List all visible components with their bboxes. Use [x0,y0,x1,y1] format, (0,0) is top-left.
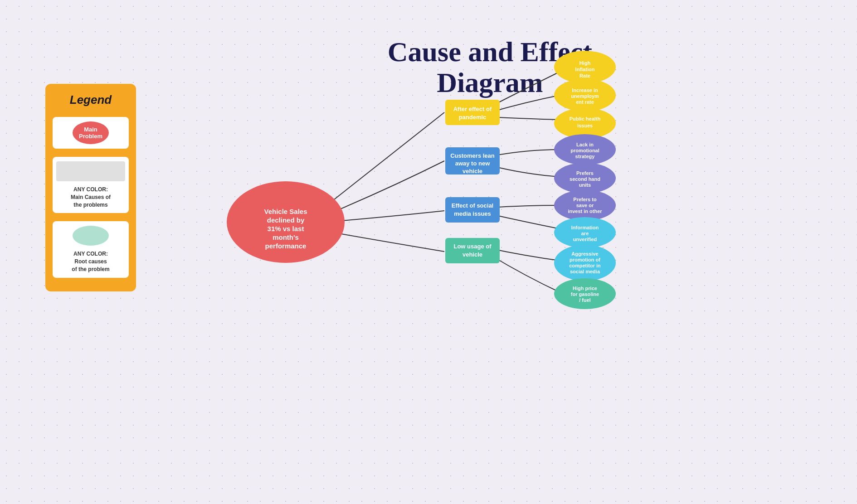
root-text-r5-l3: units [579,182,591,188]
main-problem-text-line5: performance [265,242,307,250]
cause-effect-diagram: Vehicle Sales declined by 31% vs last mo… [0,0,857,504]
root-text-r2-l1: Increase in [572,87,598,93]
root-text-r1-l1: High [579,60,591,66]
root-text-r6-l3: invest in other [568,208,602,214]
cause-text-c1-l2: pandemic [459,114,487,121]
connector-c3-r6 [490,205,560,208]
root-text-r6-l1: Prefers to [573,197,597,202]
connector-c1-r2 [490,95,560,112]
connector-main-c1 [326,112,444,206]
root-text-r9-l1: High price [573,286,597,291]
cause-text-c3-l1: Effect of social [452,202,493,209]
main-problem-text-line2: declined by [267,216,305,224]
cause-text-c3-l2: media issues [454,210,491,217]
connector-c3-r7 [490,214,560,229]
cause-text-c2-l3: vehicle [463,168,482,174]
root-text-r3-l1: Public health [570,116,601,121]
cause-text-c1-l1: After effect of [453,106,492,112]
connector-c4-r8 [490,248,560,261]
root-text-r2-l3: ent rate [576,99,594,105]
root-text-r7-l1: Information [571,225,599,230]
root-text-r2-l2: unemploym [571,93,599,99]
connector-main-c2 [326,161,444,215]
cause-text-c4-l1: Low usage of [453,243,492,250]
root-text-r1-l2: Inflation [575,67,595,72]
root-text-r3-l2: issues [577,123,593,128]
root-text-r8-l2: promotion of [570,257,600,262]
root-text-r8-l1: Aggressive [571,251,598,257]
root-text-r4-l1: Lack in [576,142,594,147]
root-text-r8-l4: social media [570,269,600,274]
cause-text-c2-l1: Customers lean [450,152,495,159]
root-text-r1-l3: Rate [579,73,590,78]
root-text-r4-l3: strategy [575,154,595,159]
connector-c2-r5 [490,165,560,177]
root-text-r9-l2: for gasoline [571,291,599,297]
root-text-r7-l2: are [581,231,589,236]
cause-text-c2-l2: away to new [455,160,490,167]
main-problem-text-line4: month's [273,233,299,241]
connector-c2-r4 [490,150,560,156]
root-text-r7-l3: unverified [573,237,597,242]
root-text-r4-l2: promotional [570,148,599,153]
main-problem-text-line1: Vehicle Sales [264,208,307,215]
cause-node-c4 [445,238,500,263]
root-text-r5-l1: Prefers [576,170,594,176]
cause-text-c4-l2: vehicle [463,251,482,258]
root-text-r9-l3: / fuel [579,297,591,303]
connector-main-c4 [326,231,444,252]
root-text-r6-l2: save or [576,203,594,208]
main-problem-text-line3: 31% vs last [268,225,304,233]
root-text-r5-l2: second hand [570,176,600,182]
root-text-r8-l3: competitor in [569,263,601,268]
connector-c1-r3 [490,117,560,120]
connector-c1-r1 [490,72,560,107]
connector-c4-r9 [490,255,560,292]
cause-node-c3 [445,197,500,223]
